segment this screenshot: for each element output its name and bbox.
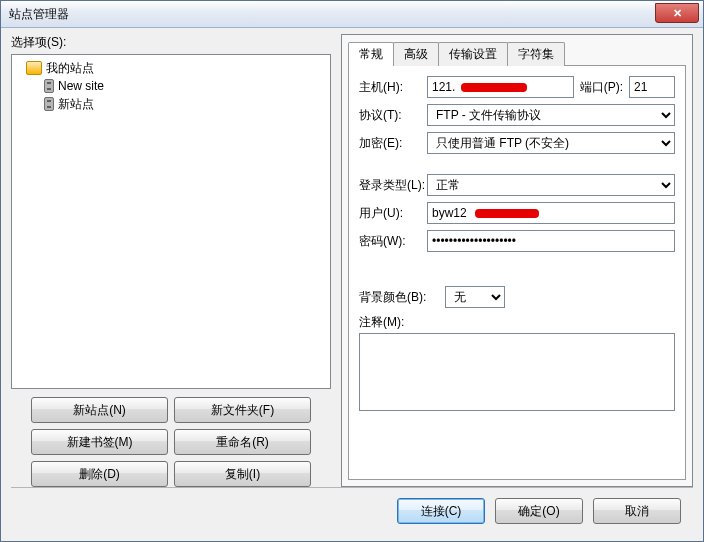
cancel-button[interactable]: 取消 [593,498,681,524]
encryption-label: 加密(E): [359,135,421,152]
rename-button[interactable]: 重命名(R) [174,429,311,455]
logontype-label: 登录类型(L): [359,177,421,194]
tree-item-label: 新站点 [58,96,94,113]
select-entry-label: 选择项(S): [11,34,331,51]
redaction-mark [475,209,539,218]
notes-textarea[interactable] [359,333,675,411]
password-label: 密码(W): [359,233,421,250]
bgcolor-label: 背景颜色(B): [359,289,439,306]
tab-general[interactable]: 常规 [348,42,394,66]
title-bar: 站点管理器 ✕ [1,1,703,28]
logontype-select[interactable]: 正常 [427,174,675,196]
new-folder-button[interactable]: 新文件夹(F) [174,397,311,423]
bgcolor-select[interactable]: 无 [445,286,505,308]
password-input[interactable] [427,230,675,252]
protocol-select[interactable]: FTP - 文件传输协议 [427,104,675,126]
user-input[interactable] [427,202,675,224]
encryption-select[interactable]: 只使用普通 FTP (不安全) [427,132,675,154]
user-label: 用户(U): [359,205,421,222]
notes-label: 注释(M): [359,314,439,331]
new-bookmark-button[interactable]: 新建书签(M) [31,429,168,455]
tab-charset[interactable]: 字符集 [507,42,565,66]
tree-item-label: New site [58,79,104,93]
server-icon [44,97,54,111]
tab-advanced[interactable]: 高级 [393,42,439,66]
server-icon [44,79,54,93]
host-label: 主机(H): [359,79,421,96]
tab-transfer[interactable]: 传输设置 [438,42,508,66]
site-tree[interactable]: 我的站点 New site 新站点 [11,54,331,389]
tab-strip: 常规 高级 传输设置 字符集 [348,41,686,66]
tree-root[interactable]: 我的站点 [18,59,324,77]
tree-root-label: 我的站点 [46,60,94,77]
port-input[interactable] [629,76,675,98]
delete-button[interactable]: 删除(D) [31,461,168,487]
redaction-mark [461,83,527,92]
ok-button[interactable]: 确定(O) [495,498,583,524]
protocol-label: 协议(T): [359,107,421,124]
folder-icon [26,61,42,75]
new-site-button[interactable]: 新站点(N) [31,397,168,423]
copy-button[interactable]: 复制(I) [174,461,311,487]
port-label: 端口(P): [580,79,623,96]
tree-item[interactable]: New site [18,77,324,95]
tree-item[interactable]: 新站点 [18,95,324,113]
close-icon: ✕ [673,7,682,20]
window-title: 站点管理器 [5,6,69,23]
connect-button[interactable]: 连接(C) [397,498,485,524]
close-button[interactable]: ✕ [655,3,699,23]
